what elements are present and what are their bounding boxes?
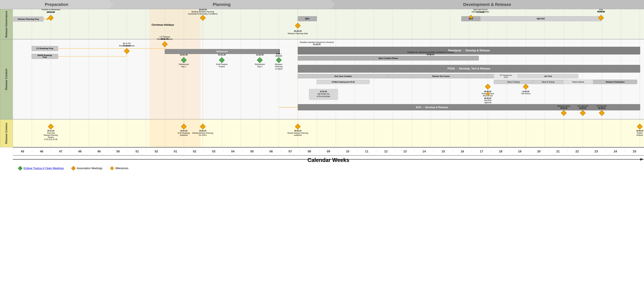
week-23: 23 (586, 150, 606, 153)
svg-marker-91 (219, 57, 224, 63)
svg-text:Release Freeze: Release Freeze (558, 105, 570, 107)
svg-text:INT Deployment: INT Deployment (500, 74, 512, 76)
week-22: 22 (568, 150, 586, 153)
svg-marker-99 (276, 57, 282, 63)
week-09: 09 (319, 150, 338, 153)
week-45: 45 (13, 150, 32, 153)
svg-text:21.02.25: 21.02.25 (313, 43, 321, 46)
week-03: 03 (204, 150, 223, 153)
svg-text:16.01.25: 16.01.25 (180, 130, 188, 132)
svg-text:12.02.25: 12.02.25 (256, 54, 264, 56)
svg-text:Draft Feature: Draft Feature (216, 63, 228, 65)
svg-text:Prep: Prep (43, 56, 47, 58)
svg-text:QG1: QG1 (305, 17, 310, 20)
legend-eclipse: Eclipse Tractus-X Open Meetings (18, 166, 64, 170)
week-50: 50 (108, 150, 128, 153)
week-18: 18 (491, 150, 510, 153)
svg-marker-163 (48, 124, 54, 129)
svg-marker-133 (523, 84, 528, 89)
svg-text:Approval: Approval (484, 101, 491, 104)
svg-text:CX Roadmap Prep: CX Roadmap Prep (36, 47, 53, 50)
week-12: 12 (376, 150, 395, 153)
svg-text:25.11.24: 25.11.24 (47, 130, 54, 132)
svg-text:FOSS → Develop, Test & Release: FOSS → Develop, Test & Release (448, 67, 490, 70)
svg-text:20.02.25: 20.02.25 (276, 55, 282, 57)
svg-text:Review: Review (48, 136, 54, 138)
week-11: 11 (357, 150, 376, 153)
svg-text:Release Planning: Release Planning (44, 134, 58, 136)
svg-text:Review Test Cases: Review Test Cases (432, 75, 450, 77)
svg-marker-196 (110, 167, 114, 170)
svg-text:Town Hall: Town Hall (47, 132, 55, 134)
svg-text:22.01.25: 22.01.25 (180, 54, 188, 56)
svg-marker-127 (485, 84, 490, 89)
week-06: 06 (262, 150, 280, 153)
calendar-weeks-container: Calendar Weeks (13, 156, 644, 164)
week-47: 47 (51, 150, 70, 153)
legend: Eclipse Tractus-X Open Meetings Associat… (18, 166, 128, 170)
svg-marker-41 (48, 15, 54, 21)
svg-marker-173 (200, 124, 206, 129)
svg-marker-181 (637, 124, 642, 129)
svg-text:31.01.25: 31.01.25 (218, 54, 226, 56)
week-14: 14 (414, 150, 434, 153)
svg-marker-74 (162, 42, 168, 47)
svg-text:Test Case Creation: Test Case Creation (334, 75, 352, 77)
svg-marker-95 (257, 57, 262, 63)
svg-text:05.05.25: 05.05.25 (484, 97, 492, 99)
week-numbers-row: 45 46 47 48 49 50 51 52 01 02 03 04 05 0… (13, 147, 644, 156)
svg-text:KITs → Develop & Release: KITs → Develop & Release (416, 106, 448, 109)
week-20: 20 (529, 150, 548, 153)
svg-marker-80 (124, 48, 130, 54)
svg-text:standard candidates: standard candidates (472, 11, 489, 13)
svg-text:Wave A Testing: Wave A Testing (507, 81, 520, 83)
svg-text:KIT initial PR: KIT initial PR (578, 105, 588, 107)
svg-text:Deadline standard request (in : Deadline standard request (in Houston) (300, 41, 334, 43)
svg-text:12.05.25: 12.05.25 (522, 90, 530, 93)
svg-text:published: published (46, 11, 55, 13)
week-05: 05 (242, 150, 262, 153)
week-46: 46 (32, 150, 51, 153)
svg-text:Release Finalization: Release Finalization (606, 81, 624, 83)
svg-marker-169 (181, 124, 186, 129)
svg-rect-150 (298, 104, 640, 110)
svg-text:19.02 –: 19.02 – (276, 53, 282, 55)
svg-text:25.06: 25.06 (504, 76, 508, 78)
svg-text:Planning: Planning (275, 65, 283, 68)
svg-marker-46 (200, 15, 206, 21)
svg-text:Retest Defects: Retest Defects (572, 81, 584, 83)
week-04: 04 (223, 150, 242, 153)
svg-text:Release: Release (636, 134, 643, 136)
milestone-icon (110, 166, 114, 170)
week-19: 19 (510, 150, 529, 153)
week-10: 10 (338, 150, 357, 153)
svg-text:Test Plan: Test Plan (484, 99, 492, 101)
svg-marker-154 (580, 110, 586, 116)
week-51: 51 (128, 150, 147, 153)
svg-text:Deadline for delivering standa: Deadline for delivering standard candida… (408, 51, 454, 53)
week-08: 08 (300, 150, 319, 153)
svg-text:Test Freeze: Test Freeze (521, 93, 530, 95)
calendar-weeks-label: Calendar Weeks (308, 157, 349, 163)
svg-text:Freeze: Freeze (219, 65, 225, 68)
week-48: 48 (70, 150, 90, 153)
svg-text:16.06.25: 16.06.25 (636, 130, 644, 132)
eclipse-link[interactable]: Eclipse Tractus-X Open Meetings (24, 167, 64, 170)
week-17: 17 (472, 150, 491, 153)
svg-text:Publish: Publish (637, 132, 643, 134)
week-52: 52 (147, 150, 166, 153)
svg-text:BD & PD: BD & PD (123, 42, 131, 45)
association-label: Association Meetings (77, 167, 102, 170)
svg-text:Timeline & Milestones: Timeline & Milestones (41, 9, 60, 11)
svg-text:Opt-Out: Opt-Out (598, 10, 605, 13)
svg-text:published: published (180, 134, 188, 136)
svg-text:Opt-Out: Opt-Out (537, 17, 545, 20)
svg-text:Main Creation Phase: Main Creation Phase (378, 57, 398, 59)
week-24: 24 (606, 150, 625, 153)
svg-marker-160 (599, 110, 604, 116)
svg-text:R 25.03 & 25.06: R 25.03 & 25.06 (44, 138, 58, 140)
svg-text:Start Opt-Out for: Start Opt-Out for (473, 9, 488, 11)
svg-text:Roadmap Review: Roadmap Review (119, 45, 135, 47)
svg-text:21.03.24: 21.03.24 (320, 90, 327, 93)
svg-text:Refinement: Refinement (216, 50, 228, 53)
